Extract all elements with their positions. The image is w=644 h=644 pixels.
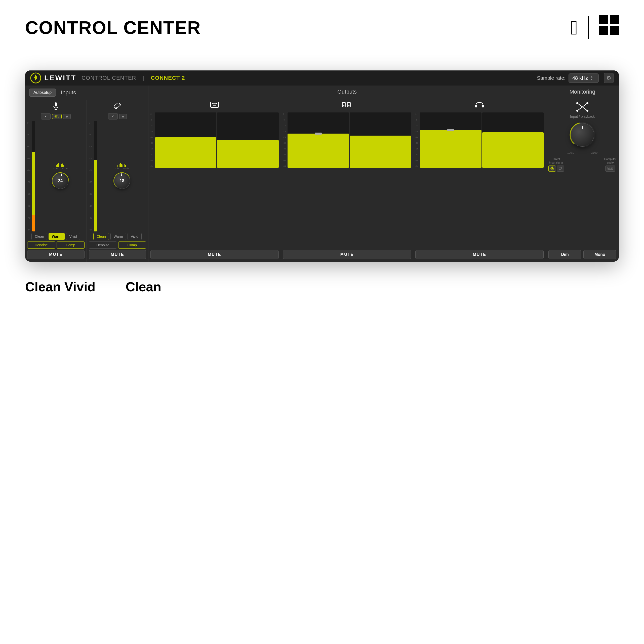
separator: |: [141, 75, 146, 81]
caption-clean-text: Clean: [126, 279, 161, 294]
svg-rect-42: [343, 103, 345, 105]
output-channel-1: 0 -6 -12 -18 -24 -30 -36 -42 -48 -54: [148, 98, 281, 262]
svg-point-51: [576, 102, 578, 104]
ch1-mode-vivid[interactable]: Vivid: [66, 233, 80, 240]
inputs-header: Autosetup Inputs: [25, 86, 148, 100]
ch1-mic-icon: [53, 102, 59, 112]
out3-fader-handle[interactable]: [447, 129, 454, 131]
output2-speakers-icon: [342, 101, 352, 109]
ch2-effects: Denoise Comp: [89, 241, 146, 249]
out1-fader-right[interactable]: [217, 112, 278, 168]
ch1-mode-clean[interactable]: Clean: [31, 233, 47, 240]
svg-rect-16: [60, 163, 60, 167]
out3-mute-btn[interactable]: MUTE: [415, 250, 544, 259]
ch2-fader-knob: 0 -6 -12 -18 -24 -30 -36 -42 -48 -54: [89, 121, 146, 231]
direct-guitar-icon[interactable]: [557, 166, 564, 172]
out3-fader-left[interactable]: [420, 112, 481, 168]
dim-button[interactable]: Dim: [548, 250, 581, 259]
ch2-mode-warm[interactable]: Warm: [110, 233, 126, 240]
output3-headphones-icon: [475, 101, 484, 109]
monitoring-header: Monitoring: [546, 86, 619, 98]
ch1-phantom-btn[interactable]: 48V: [52, 114, 62, 119]
svg-rect-1: [610, 15, 619, 24]
ch1-lowcut-btn[interactable]: [41, 113, 51, 119]
out1-level-right: [217, 140, 278, 168]
out2-fader-handle[interactable]: [315, 133, 322, 135]
out2-fader-left[interactable]: [288, 112, 349, 168]
page-header: CONTROL CENTER : [25, 15, 619, 40]
output-channel-2: 0 -6 -12 -18 -24 -30 -36 -42 -48 -54: [281, 98, 414, 262]
out2-fader-right[interactable]: [350, 112, 411, 168]
output3-faders: 0 -6 -12 -18 -24 -30 -36 -42 -48 -54: [415, 112, 544, 168]
ch2-controls: [108, 113, 127, 119]
out1-mute-btn[interactable]: MUTE: [150, 250, 279, 259]
computer-audio-label: Computeraudio: [604, 157, 616, 165]
monitor-left-label: 100:0: [567, 151, 574, 154]
svg-rect-45: [348, 103, 350, 105]
direct-mic-icon[interactable]: [548, 166, 556, 172]
ch2-lowcut-btn[interactable]: [108, 113, 118, 119]
outputs-title: Outputs: [337, 89, 357, 95]
direct-input-group: Directinput signal: [548, 157, 564, 172]
ch1-fader-track[interactable]: [32, 121, 35, 231]
out2-db-labels: 0 -6 -12 -18 -24 -30 -36 -42 -48 -54: [283, 112, 287, 168]
computer-audio-icon[interactable]: [605, 166, 615, 172]
ch1-knob-wrap[interactable]: 24: [51, 171, 70, 190]
ch2-ground-btn[interactable]: [119, 114, 127, 119]
ch2-mute-btn[interactable]: MUTE: [89, 250, 146, 259]
ch2-denoise-btn[interactable]: Denoise: [89, 241, 117, 249]
sample-rate-control[interactable]: 48 kHz ▲ ▼: [569, 73, 599, 83]
ch2-knob-wrap[interactable]: 18: [112, 171, 132, 190]
ch1-ground-btn[interactable]: [63, 114, 71, 119]
monitor-knob-wrap[interactable]: [569, 121, 596, 149]
svg-rect-29: [117, 165, 118, 167]
ch2-comp-btn[interactable]: Comp: [118, 241, 146, 249]
svg-point-43: [343, 105, 344, 106]
out2-level-left: [288, 134, 349, 168]
ch1-fader-orange: [32, 215, 35, 231]
input-channel-1: 48V: [25, 100, 87, 262]
ch1-mini-meter: 0 dB 72 dB: [53, 162, 68, 170]
out3-fader-right[interactable]: [482, 112, 544, 168]
direct-input-icons: [548, 166, 564, 172]
svg-rect-3: [610, 26, 619, 35]
svg-rect-15: [58, 163, 59, 167]
ch2-fader-track[interactable]: [94, 121, 97, 231]
mono-button[interactable]: Mono: [583, 250, 616, 259]
ch2-sound-modes: Clean Warm Vivid: [89, 233, 146, 240]
gear-button[interactable]: ⚙: [604, 73, 614, 83]
ch1-denoise-btn[interactable]: Denoise: [27, 241, 55, 249]
bottom-captions: Clean Vivid Clean: [25, 279, 161, 294]
os-divider: [588, 16, 589, 39]
out3-level-left: [420, 130, 481, 168]
ch2-knob-area: 0 dB 60 dB 18: [98, 121, 146, 231]
ch1-comp-btn[interactable]: Comp: [57, 241, 85, 249]
ch1-fader-green: [32, 152, 35, 215]
lewitt-logo-icon: [30, 72, 41, 84]
out2-mute-btn[interactable]: MUTE: [283, 250, 411, 259]
windows-icon: [599, 15, 619, 40]
ch1-db-labels: 0 -6 -12 -18 -24 -30 -36 -42 -48 -54: [27, 121, 31, 231]
monitoring-section: Monitoring Input / playback: [546, 86, 619, 262]
out2-level-right: [350, 136, 411, 168]
ch2-knob-body: 18: [114, 173, 130, 189]
ch2-mode-vivid[interactable]: Vivid: [128, 233, 142, 240]
svg-rect-38: [211, 102, 219, 107]
monitor-range: 100:0 0:100: [567, 151, 597, 154]
sample-rate-spinner[interactable]: ▲ ▼: [590, 75, 593, 81]
outputs-section: Outputs: [148, 86, 546, 262]
ch1-knob-value: 24: [58, 179, 63, 183]
svg-point-52: [586, 102, 588, 104]
out3-db-labels: 0 -6 -12 -18 -24 -30 -36 -42 -48 -54: [415, 112, 419, 168]
ch1-mute-btn[interactable]: MUTE: [27, 250, 85, 259]
autosetup-button[interactable]: Autosetup: [29, 89, 56, 97]
ch2-mode-clean[interactable]: Clean: [93, 233, 109, 240]
ch1-mode-warm[interactable]: Warm: [49, 233, 65, 240]
sample-rate-section: Sample rate: 48 kHz ▲ ▼: [537, 73, 599, 83]
out1-level-left: [155, 137, 216, 168]
svg-point-54: [586, 110, 588, 112]
main-content: Autosetup Inputs: [25, 86, 619, 262]
out1-fader-left[interactable]: [155, 112, 216, 168]
ch1-knob-body: 24: [52, 173, 68, 189]
ch1-meter-icon: [56, 162, 65, 167]
